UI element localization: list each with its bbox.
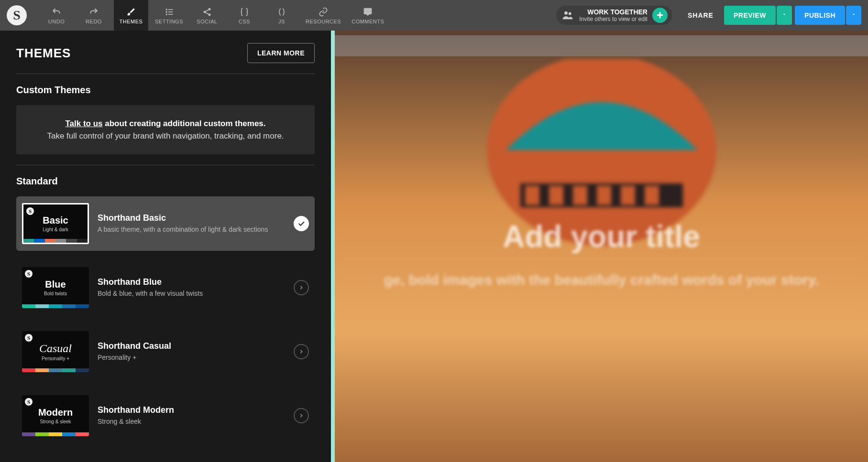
- theme-name: Shorthand Modern: [98, 405, 285, 415]
- theme-name: Shorthand Basic: [98, 213, 285, 223]
- theme-description: Bold & blue, with a few visual twists: [98, 289, 285, 299]
- braces-icon: [239, 7, 250, 17]
- shorthand-badge-icon: S: [25, 398, 33, 406]
- theme-palette: [23, 239, 88, 243]
- theme-thumbnail: SCasualPersonality +: [22, 331, 89, 372]
- custom-themes-heading: Custom Themes: [16, 85, 315, 96]
- theme-card[interactable]: SCasualPersonality +Shorthand CasualPers…: [16, 324, 315, 379]
- thumb-subtitle: Light & dark: [43, 227, 68, 232]
- js-button[interactable]: JS: [264, 0, 299, 31]
- selected-check-icon: [294, 216, 309, 231]
- theme-card[interactable]: SBasicLight & darkShorthand BasicA basic…: [16, 196, 315, 251]
- people-icon: [561, 9, 574, 22]
- redo-button[interactable]: REDO: [77, 0, 111, 31]
- work-together-button[interactable]: WORK TOGETHER Invite others to view or e…: [556, 6, 672, 25]
- preview-dropdown-button[interactable]: [777, 6, 792, 25]
- link-icon: [318, 7, 329, 17]
- add-collaborator-button[interactable]: +: [652, 8, 668, 23]
- chevron-right-icon[interactable]: [294, 280, 309, 295]
- undo-label: UNDO: [48, 19, 65, 24]
- standard-heading: Standard: [16, 176, 315, 187]
- app-logo[interactable]: S: [7, 5, 27, 25]
- js-label: JS: [278, 19, 285, 24]
- social-label: SOCIAL: [197, 19, 217, 24]
- cta-body-text: Take full control of your brand with nav…: [47, 131, 284, 140]
- top-toolbar: S UNDO REDO THEMES SETTINGS SOCIAL CSS: [0, 0, 868, 31]
- chevron-right-icon[interactable]: [294, 408, 309, 423]
- theme-info: Shorthand CasualPersonality +: [98, 341, 285, 363]
- thumb-name: Casual: [39, 342, 72, 355]
- themes-button[interactable]: THEMES: [114, 0, 148, 31]
- theme-name: Shorthand Casual: [98, 341, 285, 351]
- thumb-name: Basic: [43, 215, 68, 226]
- resources-label: RESOURCES: [306, 19, 341, 24]
- themes-list: SBasicLight & darkShorthand BasicA basic…: [16, 196, 315, 443]
- theme-name: Shorthand Blue: [98, 277, 285, 287]
- canvas-subtitle-placeholder[interactable]: ge, bold images with the beautifully cra…: [362, 269, 842, 291]
- theme-info: Shorthand ModernStrong & sleek: [98, 405, 285, 427]
- svg-rect-14: [549, 186, 563, 205]
- list-icon: [164, 7, 175, 17]
- theme-card[interactable]: SModernStrong & sleekShorthand ModernStr…: [16, 388, 315, 443]
- share-icon: [202, 7, 212, 17]
- theme-palette: [22, 304, 89, 308]
- theme-info: Shorthand BlueBold & blue, with a few vi…: [98, 277, 285, 299]
- editor-canvas[interactable]: Add your title ge, bold images with the …: [335, 31, 868, 462]
- canvas-top-bar: [335, 35, 868, 56]
- undo-icon: [51, 7, 62, 17]
- learn-more-button[interactable]: LEARN MORE: [247, 43, 315, 63]
- shorthand-badge-icon: S: [25, 270, 33, 278]
- svg-point-10: [569, 12, 571, 15]
- share-button[interactable]: SHARE: [680, 7, 721, 24]
- divider: [16, 74, 315, 74]
- comments-button[interactable]: COMMENTS: [348, 0, 388, 31]
- theme-card[interactable]: SBlueBold twistsShorthand BlueBold & blu…: [16, 260, 315, 315]
- svg-rect-3: [168, 11, 173, 12]
- svg-point-2: [165, 11, 167, 12]
- chevron-down-icon: [851, 11, 857, 17]
- canvas-title-placeholder[interactable]: Add your title: [362, 219, 842, 254]
- theme-palette: [22, 432, 89, 436]
- divider: [16, 165, 315, 165]
- svg-rect-15: [573, 186, 587, 205]
- talk-to-us-link[interactable]: Talk to us: [65, 119, 102, 128]
- svg-point-6: [209, 8, 211, 10]
- theme-thumbnail: SBasicLight & dark: [22, 203, 89, 244]
- svg-rect-17: [621, 186, 635, 205]
- css-button[interactable]: CSS: [227, 0, 262, 31]
- parens-icon: [276, 7, 287, 17]
- comments-label: COMMENTS: [352, 19, 384, 24]
- preview-button[interactable]: PREVIEW: [724, 6, 776, 25]
- thumb-subtitle: Personality +: [42, 356, 69, 361]
- svg-rect-18: [645, 186, 659, 205]
- publish-button[interactable]: PUBLISH: [795, 6, 845, 25]
- undo-button[interactable]: UNDO: [39, 0, 74, 31]
- svg-rect-13: [525, 186, 539, 205]
- social-button[interactable]: SOCIAL: [190, 0, 224, 31]
- svg-point-11: [487, 59, 716, 246]
- collab-title: WORK TOGETHER: [587, 8, 648, 16]
- resources-button[interactable]: RESOURCES: [302, 0, 345, 31]
- settings-button[interactable]: SETTINGS: [151, 0, 187, 31]
- custom-themes-cta: Talk to us about creating additional cus…: [16, 105, 315, 154]
- theme-description: A basic theme, with a combination of lig…: [98, 225, 285, 235]
- collab-subtitle: Invite others to view or edit: [579, 16, 648, 22]
- panel-title: THEMES: [16, 46, 71, 61]
- shorthand-badge-icon: S: [26, 207, 34, 215]
- shorthand-badge-icon: S: [25, 334, 33, 342]
- theme-thumbnail: SBlueBold twists: [22, 267, 89, 308]
- svg-point-0: [165, 9, 167, 10]
- thumb-name: Modern: [38, 407, 73, 418]
- svg-rect-16: [597, 186, 611, 205]
- thumb-subtitle: Strong & sleek: [40, 419, 71, 424]
- svg-rect-5: [168, 14, 173, 15]
- chevron-right-icon[interactable]: [294, 344, 309, 359]
- svg-point-8: [209, 13, 211, 16]
- cta-strong-text: about creating additional custom themes.: [103, 119, 266, 128]
- css-label: CSS: [239, 19, 250, 24]
- publish-dropdown-button[interactable]: [846, 6, 861, 25]
- settings-label: SETTINGS: [155, 19, 183, 24]
- theme-description: Personality +: [98, 353, 285, 363]
- svg-point-9: [564, 11, 568, 15]
- comment-icon: [363, 7, 373, 17]
